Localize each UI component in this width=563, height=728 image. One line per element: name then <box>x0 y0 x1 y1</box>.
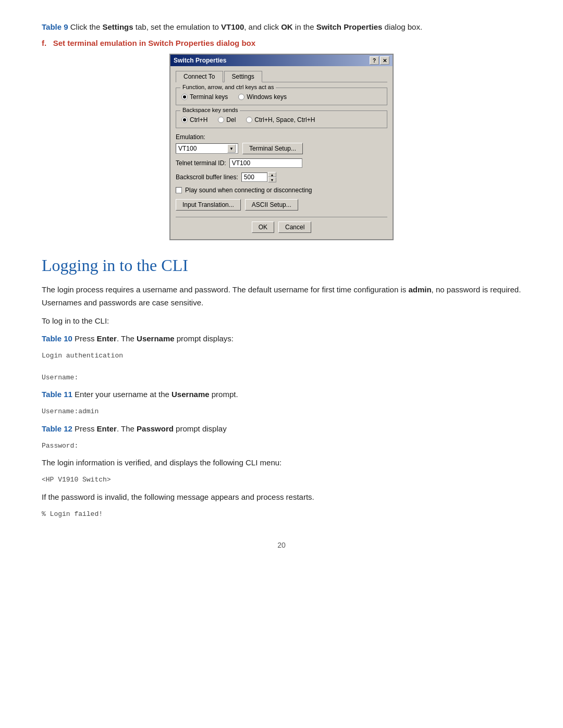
backscroll-spinner[interactable]: 500 ▲ ▼ <box>241 172 276 182</box>
spin-down-button[interactable]: ▼ <box>268 177 276 182</box>
telnet-label: Telnet terminal ID: <box>176 159 226 167</box>
radio-windows-keys-circle <box>238 94 244 100</box>
section-label: f. Set terminal emulation in Switch Prop… <box>42 39 521 47</box>
backscroll-label: Backscroll buffer lines: <box>176 174 238 181</box>
help-button[interactable]: ? <box>370 56 379 65</box>
dropdown-arrow-icon[interactable]: ▼ <box>227 144 236 153</box>
admin-bold: admin <box>408 285 431 294</box>
radio-ctrlh[interactable]: Ctrl+H <box>181 116 207 124</box>
vt100-bold: VT100 <box>221 22 244 31</box>
table12-enter-bold: Enter <box>97 424 117 433</box>
table12-ref: Table 12 <box>42 424 72 433</box>
table11-username-bold: Username <box>172 390 210 399</box>
body-paragraph-4: If the password is invalid, the followin… <box>42 491 521 504</box>
radio-del-circle <box>218 117 224 123</box>
backspace-label: Backspace key sends <box>180 107 240 113</box>
radio-ctrlh-space[interactable]: Ctrl+H, Space, Ctrl+H <box>246 116 315 124</box>
switch-properties-dialog: Switch Properties ? ✕ Connect To Setting… <box>169 54 394 240</box>
tab-settings[interactable]: Settings <box>224 71 262 82</box>
titlebar-buttons: ? ✕ <box>370 56 389 65</box>
page-number: 20 <box>42 541 521 549</box>
mono-block-1: Login authentication Username: <box>42 351 521 383</box>
radio-terminal-keys[interactable]: Terminal keys <box>181 93 228 101</box>
backspace-group: Backspace key sends Ctrl+H Del Ctrl+H, S… <box>176 110 387 128</box>
telnet-row: Telnet terminal ID: VT100 <box>176 158 387 168</box>
mono-line-3: Username: <box>42 373 521 384</box>
switch-props-bold: Switch Properties <box>316 22 383 31</box>
radio-windows-keys-label: Windows keys <box>247 93 287 101</box>
radio-terminal-keys-label: Terminal keys <box>190 93 228 101</box>
radio-terminal-keys-circle <box>181 94 188 100</box>
table10-ref: Table 10 <box>42 334 72 343</box>
emulation-label: Emulation: <box>176 133 387 141</box>
radio-ctrlh-circle <box>181 117 188 123</box>
table11-ref: Table 11 <box>42 390 72 399</box>
intro-text2: tab, set the emulation to <box>133 22 221 31</box>
mono-block-4: <HP V1910 Switch> <box>42 475 521 486</box>
mono-line-5: Password: <box>42 441 521 452</box>
mono-line-1: Login authentication <box>42 351 521 362</box>
table10-username-bold: Username <box>137 334 175 343</box>
section-letter: f. <box>42 39 46 47</box>
ok-button[interactable]: OK <box>252 221 274 233</box>
main-heading: Logging in to the CLI <box>42 256 521 275</box>
table12-text3: prompt display <box>174 424 227 433</box>
dialog-titlebar: Switch Properties ? ✕ <box>170 55 393 66</box>
input-translation-button[interactable]: Input Translation... <box>176 199 241 211</box>
spin-up-button[interactable]: ▲ <box>268 172 276 177</box>
terminal-setup-button[interactable]: Terminal Setup... <box>242 143 303 154</box>
body-paragraph-2: To log in to the CLI: <box>42 315 521 328</box>
section-label-text: Set terminal emulation in Switch Propert… <box>53 39 255 47</box>
table10-text1: Press <box>72 334 97 343</box>
function-keys-label: Function, arrow, and ctrl keys act as <box>180 84 276 90</box>
emulation-row: VT100 ▼ Terminal Setup... <box>176 143 387 154</box>
backspace-radio-row: Ctrl+H Del Ctrl+H, Space, Ctrl+H <box>181 116 382 124</box>
mono-block-2: Username:admin <box>42 406 521 417</box>
radio-ctrlh-space-label: Ctrl+H, Space, Ctrl+H <box>254 116 315 124</box>
dialog-title: Switch Properties <box>174 57 226 64</box>
radio-ctrlh-label: Ctrl+H <box>190 116 207 124</box>
mono-line-4: Username:admin <box>42 406 521 417</box>
intro-paragraph: Table 9 Click the Settings tab, set the … <box>42 21 521 33</box>
ok-bold: OK <box>281 22 293 31</box>
table10-paragraph: Table 10 Press Enter. The Username promp… <box>42 332 521 346</box>
radio-windows-keys[interactable]: Windows keys <box>238 93 287 101</box>
intro-text1: Click the <box>68 22 103 31</box>
body1-text: The login process requires a username an… <box>42 285 408 294</box>
mono-line-2 <box>42 362 521 373</box>
dialog-content: Connect To Settings Function, arrow, and… <box>170 66 393 239</box>
spinner-arrows: ▲ ▼ <box>268 172 276 182</box>
emulation-value: VT100 <box>178 145 197 152</box>
play-sound-label: Play sound when connecting or disconnect… <box>185 187 312 194</box>
tab-bar: Connect To Settings <box>176 70 387 82</box>
radio-del-label: Del <box>226 116 236 124</box>
body-paragraph-3: The login information is verified, and d… <box>42 456 521 470</box>
translation-button-row: Input Translation... ASCII Setup... <box>176 199 387 211</box>
table10-text2: . The <box>117 334 137 343</box>
body-paragraph-1: The login process requires a username an… <box>42 283 521 310</box>
backscroll-row: Backscroll buffer lines: 500 ▲ ▼ <box>176 172 387 182</box>
checkbox-row[interactable]: Play sound when connecting or disconnect… <box>176 187 387 194</box>
backscroll-value[interactable]: 500 <box>241 172 267 182</box>
emulation-dropdown[interactable]: VT100 ▼ <box>176 143 238 154</box>
tab-connect-to[interactable]: Connect To <box>176 71 223 82</box>
close-button[interactable]: ✕ <box>380 56 389 65</box>
function-keys-radio-row: Terminal keys Windows keys <box>181 93 382 101</box>
mono-block-5: % Login failed! <box>42 509 521 520</box>
intro-text3: , and click <box>244 22 281 31</box>
settings-bold: Settings <box>102 22 133 31</box>
emulation-section: Emulation: VT100 ▼ Terminal Setup... <box>176 133 387 154</box>
play-sound-checkbox[interactable] <box>176 187 182 193</box>
ascii-setup-button[interactable]: ASCII Setup... <box>245 199 298 211</box>
table12-password-bold: Password <box>137 424 174 433</box>
mono-line-7: % Login failed! <box>42 509 521 520</box>
radio-del[interactable]: Del <box>218 116 236 124</box>
intro-text5: dialog box. <box>382 22 422 31</box>
table12-paragraph: Table 12 Press Enter. The Password promp… <box>42 423 521 436</box>
table9-ref: Table 9 <box>42 22 68 31</box>
telnet-input[interactable]: VT100 <box>229 158 302 168</box>
table11-text1: Enter your username at the <box>72 390 172 399</box>
table11-paragraph: Table 11 Enter your username at the User… <box>42 388 521 401</box>
table10-enter-bold: Enter <box>97 334 117 343</box>
cancel-button[interactable]: Cancel <box>278 221 311 233</box>
